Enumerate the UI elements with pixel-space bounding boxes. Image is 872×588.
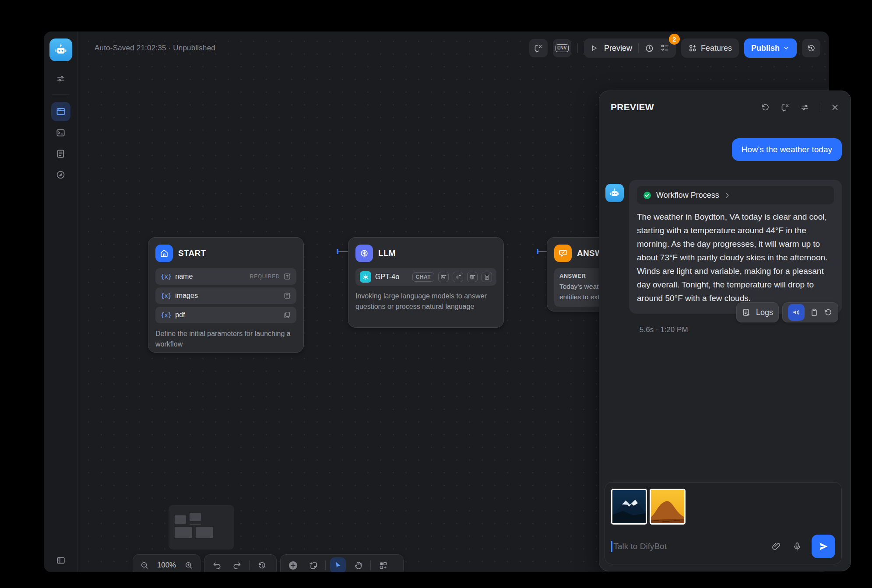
redo-button[interactable] bbox=[229, 557, 245, 572]
bot-avatar bbox=[605, 184, 624, 202]
change-history-button[interactable] bbox=[254, 557, 270, 572]
sidebar-item-monitoring[interactable] bbox=[51, 165, 70, 184]
sidebar-item-orchestrate[interactable] bbox=[51, 102, 70, 121]
bot-message-row: Workflow Process The weather in Boydton,… bbox=[605, 180, 842, 314]
features-button[interactable]: Features bbox=[681, 38, 739, 58]
variable-token: {x} bbox=[161, 292, 172, 299]
auto-layout-button[interactable] bbox=[375, 557, 391, 572]
chevron-right-icon bbox=[724, 192, 731, 199]
chat-mode-badge: CHAT bbox=[412, 272, 434, 282]
preview-panel-header: PREVIEW bbox=[599, 91, 851, 123]
success-check-icon bbox=[643, 191, 652, 200]
node-llm[interactable]: LLM GPT-4o CHAT Invoking large language … bbox=[348, 237, 504, 328]
openai-icon bbox=[360, 271, 371, 283]
version-history-button[interactable] bbox=[802, 39, 820, 57]
attach-file-icon[interactable] bbox=[771, 542, 781, 551]
video-capability-icon bbox=[467, 272, 478, 282]
node-start-description: Define the initial parameters for launch… bbox=[155, 329, 296, 350]
user-message-bubble: How's the weather today bbox=[732, 138, 842, 161]
attachment-thumbnails bbox=[611, 489, 835, 525]
home-icon bbox=[155, 245, 173, 262]
speaker-button[interactable] bbox=[788, 304, 805, 321]
add-node-button[interactable] bbox=[285, 557, 301, 572]
restart-conversation-icon[interactable] bbox=[761, 103, 770, 112]
app-logo-bot-avatar[interactable] bbox=[49, 38, 72, 61]
zoom-in-button[interactable] bbox=[182, 557, 196, 572]
zoom-toolbar: 100% bbox=[133, 554, 200, 572]
copy-button[interactable] bbox=[810, 308, 819, 317]
pointer-mode-button[interactable] bbox=[330, 557, 346, 572]
canvas-minimap[interactable] bbox=[169, 505, 234, 550]
audio-capability-icon bbox=[453, 272, 463, 282]
workflow-process-chip[interactable]: Workflow Process bbox=[637, 186, 834, 204]
left-sidebar bbox=[44, 32, 78, 572]
editor-topbar: Auto-Saved 21:02:35 · Unpublished ENV Pr… bbox=[78, 32, 829, 65]
checklist-count-badge: 2 bbox=[669, 34, 680, 45]
undo-button[interactable] bbox=[209, 557, 225, 572]
run-history-icon[interactable] bbox=[645, 44, 654, 53]
brain-icon bbox=[355, 245, 373, 262]
start-var-name[interactable]: {x} name REQUIRED bbox=[155, 268, 296, 285]
close-panel-icon[interactable] bbox=[831, 103, 839, 112]
hand-mode-button[interactable] bbox=[350, 557, 366, 572]
features-icon bbox=[688, 44, 697, 52]
preview-panel: PREVIEW How's the weather today Workflow… bbox=[599, 91, 851, 571]
preview-title: PREVIEW bbox=[611, 102, 654, 112]
node-start-title: START bbox=[178, 248, 206, 258]
publish-button[interactable]: Publish bbox=[744, 38, 797, 58]
model-name: GPT-4o bbox=[375, 273, 399, 281]
orchestrate-settings-icon[interactable] bbox=[51, 69, 70, 88]
add-note-button[interactable] bbox=[305, 557, 321, 572]
file-list-icon bbox=[283, 292, 291, 300]
microphone-icon[interactable] bbox=[792, 542, 802, 551]
bot-message-text: The weather in Boydton, VA today is clea… bbox=[637, 210, 834, 305]
edit-toolbar bbox=[280, 554, 404, 572]
variable-inspector-button[interactable] bbox=[529, 39, 548, 57]
zoom-out-button[interactable] bbox=[137, 557, 152, 572]
clear-chat-icon[interactable] bbox=[781, 103, 790, 112]
run-button-group: Preview 2 bbox=[584, 38, 676, 58]
logs-icon bbox=[742, 308, 751, 317]
text-field-icon bbox=[283, 273, 291, 280]
start-var-images[interactable]: {x} images bbox=[155, 287, 296, 304]
sidebar-item-logs[interactable] bbox=[51, 144, 70, 163]
env-icon: ENV bbox=[556, 44, 569, 52]
autosave-status: Auto-Saved 21:02:35 · Unpublished bbox=[95, 44, 215, 52]
preview-run-button[interactable]: Preview bbox=[604, 44, 632, 53]
document-capability-icon bbox=[482, 272, 492, 282]
publish-status: Unpublished bbox=[173, 44, 215, 52]
message-action-bar: Logs bbox=[736, 302, 838, 322]
checklist-icon[interactable] bbox=[660, 43, 670, 53]
start-var-pdf[interactable]: {x} pdf bbox=[155, 307, 296, 323]
node-start[interactable]: START {x} name REQUIRED {x} images {x} p… bbox=[148, 237, 304, 353]
variable-token: {x} bbox=[161, 273, 172, 280]
logs-button[interactable]: Logs bbox=[736, 302, 779, 322]
node-llm-description: Invoking large language models to answer… bbox=[355, 291, 496, 312]
bot-message-card: Workflow Process The weather in Boydton,… bbox=[629, 180, 842, 314]
play-icon[interactable] bbox=[590, 44, 598, 52]
topbar-divider bbox=[577, 43, 578, 53]
conversation-settings-icon[interactable] bbox=[800, 103, 809, 112]
attachment-mountain-sunset[interactable] bbox=[650, 489, 686, 525]
message-tools-group bbox=[782, 302, 838, 322]
send-button[interactable] bbox=[812, 535, 835, 558]
answer-bubble-icon bbox=[554, 245, 572, 262]
vision-capability-icon bbox=[438, 272, 449, 282]
files-icon bbox=[283, 311, 291, 319]
chat-input-row: Talk to DifyBot bbox=[611, 534, 835, 559]
regenerate-button[interactable] bbox=[824, 308, 833, 317]
sidebar-divider bbox=[52, 94, 70, 95]
attachment-mountain-night[interactable] bbox=[611, 489, 647, 525]
chat-input-placeholder[interactable]: Talk to DifyBot bbox=[614, 542, 667, 551]
chat-input-box[interactable]: Talk to DifyBot bbox=[605, 482, 842, 564]
sidebar-item-api[interactable] bbox=[51, 123, 70, 142]
chevron-down-icon bbox=[783, 45, 790, 52]
collapse-sidebar-icon[interactable] bbox=[56, 556, 66, 565]
variable-token: {x} bbox=[161, 312, 172, 318]
zoom-level[interactable]: 100% bbox=[156, 561, 177, 570]
model-selector[interactable]: GPT-4o CHAT bbox=[355, 268, 496, 286]
required-tag: REQUIRED bbox=[250, 273, 280, 280]
environment-variables-button[interactable]: ENV bbox=[553, 39, 571, 57]
history-toolbar bbox=[204, 554, 277, 572]
message-meta: 5.6s · 1:20 PM bbox=[640, 326, 688, 334]
